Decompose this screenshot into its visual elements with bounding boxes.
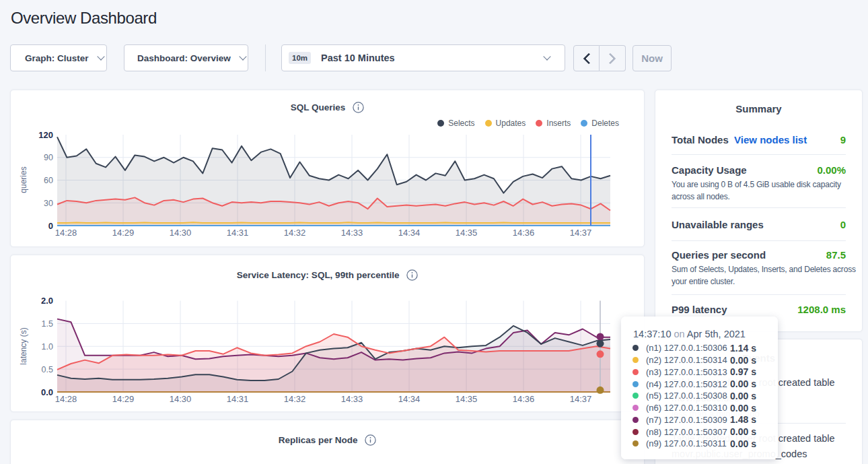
svg-text:14:35: 14:35 bbox=[456, 394, 478, 404]
svg-text:14:37: 14:37 bbox=[570, 228, 592, 238]
svg-text:1.5: 1.5 bbox=[42, 319, 53, 329]
svg-text:2.0: 2.0 bbox=[41, 296, 53, 306]
svg-text:120: 120 bbox=[38, 130, 53, 140]
svg-text:latency (s): latency (s) bbox=[19, 327, 28, 364]
svg-text:14:36: 14:36 bbox=[513, 394, 535, 404]
svg-text:queries: queries bbox=[19, 166, 28, 193]
svg-text:14:31: 14:31 bbox=[227, 394, 249, 404]
svg-text:14:31: 14:31 bbox=[227, 228, 249, 238]
svg-text:0.0: 0.0 bbox=[41, 387, 53, 397]
svg-text:14:29: 14:29 bbox=[112, 228, 135, 238]
svg-text:14:28: 14:28 bbox=[55, 394, 77, 404]
svg-text:0: 0 bbox=[48, 221, 53, 231]
svg-text:14:32: 14:32 bbox=[284, 228, 306, 238]
svg-text:14:30: 14:30 bbox=[170, 394, 192, 404]
svg-text:14:28: 14:28 bbox=[55, 228, 77, 238]
svg-text:14:33: 14:33 bbox=[341, 394, 363, 404]
svg-text:14:32: 14:32 bbox=[284, 394, 306, 404]
svg-text:14:34: 14:34 bbox=[398, 394, 421, 404]
svg-text:14:33: 14:33 bbox=[341, 228, 363, 238]
svg-text:0.5: 0.5 bbox=[42, 365, 53, 374]
svg-text:14:36: 14:36 bbox=[513, 228, 535, 238]
svg-text:14:30: 14:30 bbox=[170, 228, 192, 238]
svg-text:14:37: 14:37 bbox=[570, 394, 592, 404]
svg-text:30: 30 bbox=[44, 199, 53, 208]
svg-text:14:34: 14:34 bbox=[398, 228, 421, 238]
svg-text:14:35: 14:35 bbox=[456, 228, 478, 238]
svg-text:60: 60 bbox=[44, 176, 53, 185]
svg-text:14:29: 14:29 bbox=[112, 394, 135, 404]
svg-text:1.0: 1.0 bbox=[42, 342, 53, 352]
svg-text:90: 90 bbox=[44, 153, 53, 162]
